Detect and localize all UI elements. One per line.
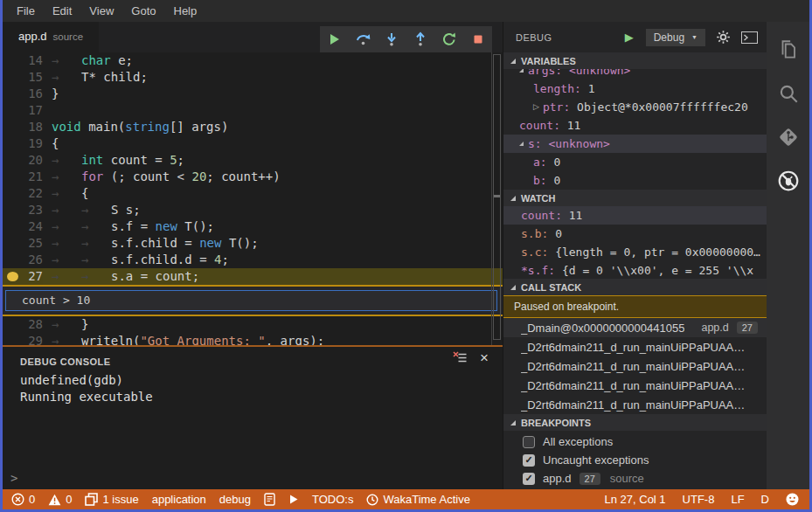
- line-number[interactable]: 25: [3, 235, 43, 252]
- code-line-21[interactable]: 21→for (; count < 20; count++): [3, 169, 503, 185]
- stack-frame[interactable]: _D2rt6dmain211_d_run_mainUiPPaPUAA…: [503, 395, 767, 414]
- code-line-15[interactable]: 15→T* child;: [3, 69, 503, 86]
- menu-item-file[interactable]: File: [8, 4, 44, 17]
- status-application[interactable]: application: [152, 493, 206, 506]
- variable-row[interactable]: a: 0: [503, 153, 767, 171]
- code-line-17[interactable]: 17: [3, 102, 503, 119]
- variable-row[interactable]: args: <unknown>: [503, 69, 767, 80]
- status-wakatime[interactable]: WakaTime Active: [366, 493, 469, 506]
- section-call-stack[interactable]: CALL STACK: [503, 279, 767, 295]
- status-file-note[interactable]: [264, 493, 275, 506]
- breakpoints-list: All exceptions✓Uncaught exceptions✓app.d…: [503, 431, 767, 488]
- breakpoint-item[interactable]: ✓Uncaught exceptions: [503, 451, 767, 469]
- status-issues[interactable]: 1 issue: [85, 493, 138, 506]
- breakpoint-icon[interactable]: [7, 272, 18, 281]
- debug-config-dropdown[interactable]: Debug ▼: [646, 29, 705, 46]
- menu-item-view[interactable]: View: [80, 4, 122, 17]
- code-line-25[interactable]: 25→→s.f.child = new T();: [3, 235, 503, 252]
- continue-icon[interactable]: [324, 30, 344, 49]
- source-control-icon[interactable]: [777, 126, 800, 149]
- code-line-26[interactable]: 26→→s.f.child.d = 4;: [3, 252, 503, 268]
- clear-console-icon[interactable]: [453, 351, 468, 364]
- breakpoint-item[interactable]: ✓app.d27source: [503, 469, 767, 488]
- checkbox[interactable]: ✓: [523, 454, 535, 467]
- code-line-18[interactable]: 18void main(string[] args): [3, 119, 503, 135]
- status-feedback[interactable]: [786, 493, 799, 506]
- line-number[interactable]: 20: [3, 152, 43, 169]
- stack-frame[interactable]: _D2rt6dmain211_d_run_mainUiPPaPUAA…: [503, 356, 767, 376]
- tab-app-d[interactable]: app.d source: [3, 22, 99, 52]
- line-number[interactable]: 18: [3, 119, 43, 135]
- variable-row[interactable]: length: 1: [503, 80, 767, 98]
- breakpoint-item[interactable]: All exceptions: [503, 432, 767, 451]
- step-over-icon[interactable]: [353, 30, 372, 49]
- menu-item-help[interactable]: Help: [165, 4, 206, 17]
- line-number[interactable]: 26: [3, 252, 43, 268]
- explorer-icon[interactable]: [777, 38, 800, 61]
- line-number[interactable]: 15: [3, 69, 43, 86]
- watch-row[interactable]: s.b: 0: [503, 225, 767, 243]
- debug-icon[interactable]: [777, 170, 800, 192]
- stack-frame[interactable]: _D2rt6dmain211_d_run_mainUiPPaPUAA…: [503, 337, 767, 356]
- code-line-28[interactable]: 28→}: [3, 316, 503, 333]
- status-debug-config[interactable]: debug: [219, 493, 251, 506]
- variable-row[interactable]: b: 0: [503, 171, 767, 190]
- menu-item-goto[interactable]: Goto: [122, 4, 164, 17]
- code-line-27[interactable]: 27→→s.a = count;: [3, 268, 503, 285]
- overview-ruler[interactable]: [491, 52, 503, 345]
- stop-icon[interactable]: [468, 30, 488, 49]
- status-encoding[interactable]: UTF-8: [683, 493, 715, 506]
- code-line-16[interactable]: 16}: [3, 86, 503, 102]
- variable-row[interactable]: count: 11: [503, 116, 767, 135]
- restart-icon[interactable]: [440, 30, 459, 49]
- breakpoint-condition-input[interactable]: count > 10: [5, 290, 497, 311]
- status-run[interactable]: [288, 494, 299, 505]
- status-warnings[interactable]: 0: [48, 493, 72, 506]
- variable-row[interactable]: ▷ptr: Object@*0x00007ffffffec20: [503, 98, 767, 116]
- start-debug-icon[interactable]: ▶: [625, 31, 634, 44]
- code-editor[interactable]: 14→char e;15→T* child;16}1718void main(s…: [3, 52, 503, 489]
- variable-row[interactable]: s: <unknown>: [503, 135, 767, 153]
- open-console-icon[interactable]: [741, 31, 758, 44]
- checkbox[interactable]: [523, 436, 535, 448]
- stack-frame[interactable]: _Dmain@0x0000000000441055app.d27: [503, 318, 767, 337]
- code-text: →→s.f.child.d = 4;: [52, 253, 229, 266]
- stack-frame[interactable]: _D2rt6dmain211_d_run_mainUiPPaPUAA…: [503, 376, 767, 395]
- menu-item-edit[interactable]: Edit: [44, 4, 80, 17]
- watch-row[interactable]: count: 11: [503, 206, 767, 225]
- code-line-22[interactable]: 22→{: [3, 185, 503, 202]
- line-number[interactable]: 22: [3, 185, 43, 202]
- status-errors[interactable]: 0: [11, 493, 35, 506]
- code-line-14[interactable]: 14→char e;: [3, 52, 503, 69]
- checkbox[interactable]: ✓: [523, 473, 535, 485]
- debug-console-prompt[interactable]: >: [10, 471, 17, 485]
- line-number[interactable]: 21: [3, 169, 43, 185]
- search-icon[interactable]: [777, 82, 800, 105]
- line-number[interactable]: 14: [3, 52, 43, 69]
- code-line-23[interactable]: 23→→S s;: [3, 202, 503, 218]
- line-number[interactable]: 23: [3, 202, 43, 218]
- gear-icon[interactable]: [716, 30, 731, 45]
- line-number[interactable]: 24: [3, 218, 43, 235]
- code-line-19[interactable]: 19{: [3, 135, 503, 152]
- tab-whitespace-icon: →: [52, 235, 81, 252]
- line-number[interactable]: 17: [3, 102, 43, 119]
- tab-bar: app.d source: [3, 22, 503, 52]
- section-watch[interactable]: WATCH: [503, 190, 767, 206]
- line-number[interactable]: 19: [3, 135, 43, 152]
- watch-row[interactable]: s.c: {length = 0, ptr = 0x00000000…: [503, 243, 767, 261]
- code-line-20[interactable]: 20→int count = 5;: [3, 152, 503, 169]
- watch-row[interactable]: *s.f: {d = 0 '\\x00', e = 255 '\\x: [503, 261, 767, 279]
- status-cursor-position[interactable]: Ln 27, Col 1: [604, 493, 665, 506]
- code-line-24[interactable]: 24→→s.f = new T();: [3, 218, 503, 235]
- step-into-icon[interactable]: [382, 30, 401, 49]
- section-breakpoints[interactable]: BREAKPOINTS: [503, 414, 767, 431]
- status-todos[interactable]: TODO:s: [312, 493, 353, 506]
- status-language-mode[interactable]: D: [761, 493, 769, 506]
- step-out-icon[interactable]: [411, 30, 430, 49]
- close-panel-icon[interactable]: ×: [480, 352, 489, 364]
- line-number[interactable]: 28: [3, 316, 43, 333]
- section-variables[interactable]: VARIABLES: [503, 52, 767, 69]
- status-eol[interactable]: LF: [731, 493, 744, 506]
- line-number[interactable]: 16: [3, 86, 43, 102]
